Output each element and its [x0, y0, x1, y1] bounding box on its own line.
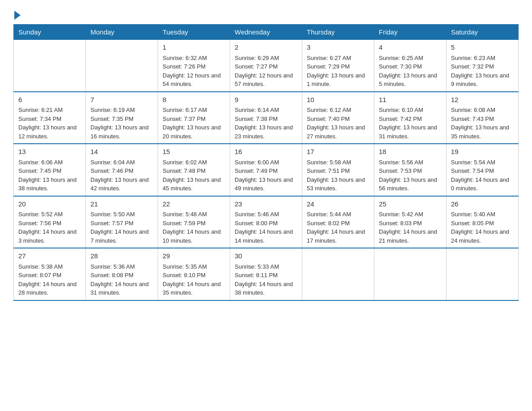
calendar-cell: 8Sunrise: 6:17 AMSunset: 7:37 PMDaylight…	[158, 92, 230, 144]
day-number: 5	[451, 43, 514, 53]
day-info: Sunrise: 6:27 AMSunset: 7:29 PMDaylight:…	[307, 54, 369, 89]
day-number: 14	[90, 147, 153, 157]
weekday-header: Friday	[374, 25, 446, 40]
weekday-header: Wednesday	[230, 25, 302, 40]
calendar-cell	[86, 40, 158, 92]
calendar-cell: 4Sunrise: 6:25 AMSunset: 7:30 PMDaylight…	[374, 40, 446, 92]
calendar-cell: 18Sunrise: 5:56 AMSunset: 7:53 PMDayligh…	[374, 144, 446, 196]
calendar-cell: 25Sunrise: 5:42 AMSunset: 8:03 PMDayligh…	[374, 196, 446, 248]
day-number: 27	[18, 251, 81, 261]
weekday-header: Tuesday	[158, 25, 230, 40]
day-number: 20	[18, 199, 81, 210]
day-info: Sunrise: 6:23 AMSunset: 7:32 PMDaylight:…	[451, 54, 514, 89]
calendar-cell: 9Sunrise: 6:14 AMSunset: 7:38 PMDaylight…	[230, 92, 302, 144]
calendar-cell: 29Sunrise: 5:35 AMSunset: 8:10 PMDayligh…	[158, 248, 230, 300]
day-info: Sunrise: 5:35 AMSunset: 8:10 PMDaylight:…	[163, 262, 225, 297]
day-info: Sunrise: 6:02 AMSunset: 7:48 PMDaylight:…	[163, 158, 225, 193]
day-info: Sunrise: 5:33 AMSunset: 8:11 PMDaylight:…	[235, 262, 297, 297]
calendar-cell: 30Sunrise: 5:33 AMSunset: 8:11 PMDayligh…	[230, 248, 302, 300]
day-number: 4	[379, 43, 442, 53]
day-number: 10	[307, 95, 369, 105]
calendar-cell: 23Sunrise: 5:46 AMSunset: 8:00 PMDayligh…	[230, 196, 302, 248]
day-info: Sunrise: 6:25 AMSunset: 7:30 PMDaylight:…	[379, 54, 442, 89]
day-number: 23	[235, 199, 297, 210]
calendar-cell: 2Sunrise: 6:29 AMSunset: 7:27 PMDaylight…	[230, 40, 302, 92]
calendar-cell: 22Sunrise: 5:48 AMSunset: 7:59 PMDayligh…	[158, 196, 230, 248]
calendar-cell: 16Sunrise: 6:00 AMSunset: 7:49 PMDayligh…	[230, 144, 302, 196]
calendar-cell: 21Sunrise: 5:50 AMSunset: 7:57 PMDayligh…	[86, 196, 158, 248]
weekday-header: Sunday	[14, 25, 86, 40]
calendar-cell	[446, 248, 519, 300]
calendar-cell: 5Sunrise: 6:23 AMSunset: 7:32 PMDaylight…	[446, 40, 519, 92]
day-number: 13	[18, 147, 81, 157]
day-info: Sunrise: 5:38 AMSunset: 8:07 PMDaylight:…	[18, 262, 81, 297]
calendar-cell: 20Sunrise: 5:52 AMSunset: 7:56 PMDayligh…	[14, 196, 86, 248]
weekday-header: Monday	[86, 25, 158, 40]
calendar-week-row: 13Sunrise: 6:06 AMSunset: 7:45 PMDayligh…	[14, 144, 519, 196]
day-number: 12	[451, 95, 514, 105]
day-number: 8	[163, 95, 225, 105]
weekday-header: Saturday	[446, 25, 519, 40]
logo-arrow-icon	[14, 11, 21, 20]
day-number: 29	[163, 251, 225, 261]
day-info: Sunrise: 5:58 AMSunset: 7:51 PMDaylight:…	[307, 158, 369, 193]
day-number: 7	[90, 95, 153, 105]
calendar-cell	[302, 248, 374, 300]
day-info: Sunrise: 5:56 AMSunset: 7:53 PMDaylight:…	[379, 158, 442, 193]
calendar-week-row: 6Sunrise: 6:21 AMSunset: 7:34 PMDaylight…	[14, 92, 519, 144]
calendar-cell: 27Sunrise: 5:38 AMSunset: 8:07 PMDayligh…	[14, 248, 86, 300]
calendar-cell: 15Sunrise: 6:02 AMSunset: 7:48 PMDayligh…	[158, 144, 230, 196]
day-number: 15	[163, 147, 225, 157]
weekday-header: Thursday	[302, 25, 374, 40]
calendar-cell: 19Sunrise: 5:54 AMSunset: 7:54 PMDayligh…	[446, 144, 519, 196]
calendar-week-row: 27Sunrise: 5:38 AMSunset: 8:07 PMDayligh…	[14, 248, 519, 300]
day-info: Sunrise: 6:12 AMSunset: 7:40 PMDaylight:…	[307, 106, 369, 141]
day-number: 1	[163, 43, 225, 53]
day-info: Sunrise: 5:46 AMSunset: 8:00 PMDaylight:…	[235, 210, 297, 245]
day-number: 17	[307, 147, 369, 157]
day-number: 19	[451, 147, 514, 157]
day-number: 22	[163, 199, 225, 210]
day-number: 2	[235, 43, 297, 53]
day-number: 28	[90, 251, 153, 261]
day-info: Sunrise: 6:19 AMSunset: 7:35 PMDaylight:…	[90, 106, 153, 141]
calendar-cell	[14, 40, 86, 92]
day-number: 30	[235, 251, 297, 261]
day-info: Sunrise: 5:40 AMSunset: 8:05 PMDaylight:…	[451, 210, 514, 245]
calendar-cell: 3Sunrise: 6:27 AMSunset: 7:29 PMDaylight…	[302, 40, 374, 92]
calendar-cell: 11Sunrise: 6:10 AMSunset: 7:42 PMDayligh…	[374, 92, 446, 144]
day-info: Sunrise: 6:04 AMSunset: 7:46 PMDaylight:…	[90, 158, 153, 193]
calendar-cell: 24Sunrise: 5:44 AMSunset: 8:02 PMDayligh…	[302, 196, 374, 248]
day-info: Sunrise: 5:36 AMSunset: 8:08 PMDaylight:…	[90, 262, 153, 297]
logo	[13, 9, 21, 20]
calendar-cell: 14Sunrise: 6:04 AMSunset: 7:46 PMDayligh…	[86, 144, 158, 196]
calendar-table: SundayMondayTuesdayWednesdayThursdayFrid…	[13, 24, 519, 301]
day-info: Sunrise: 6:08 AMSunset: 7:43 PMDaylight:…	[451, 106, 514, 141]
calendar-cell: 1Sunrise: 6:32 AMSunset: 7:26 PMDaylight…	[158, 40, 230, 92]
day-info: Sunrise: 6:29 AMSunset: 7:27 PMDaylight:…	[235, 54, 297, 89]
day-info: Sunrise: 5:42 AMSunset: 8:03 PMDaylight:…	[379, 210, 442, 245]
calendar-week-row: 1Sunrise: 6:32 AMSunset: 7:26 PMDaylight…	[14, 40, 519, 92]
day-info: Sunrise: 5:44 AMSunset: 8:02 PMDaylight:…	[307, 210, 369, 245]
day-info: Sunrise: 5:48 AMSunset: 7:59 PMDaylight:…	[163, 210, 225, 245]
calendar-cell: 12Sunrise: 6:08 AMSunset: 7:43 PMDayligh…	[446, 92, 519, 144]
day-info: Sunrise: 5:54 AMSunset: 7:54 PMDaylight:…	[451, 158, 514, 193]
day-number: 26	[451, 199, 514, 210]
day-info: Sunrise: 6:14 AMSunset: 7:38 PMDaylight:…	[235, 106, 297, 141]
day-info: Sunrise: 6:32 AMSunset: 7:26 PMDaylight:…	[163, 54, 225, 89]
calendar-cell: 7Sunrise: 6:19 AMSunset: 7:35 PMDaylight…	[86, 92, 158, 144]
calendar-cell: 13Sunrise: 6:06 AMSunset: 7:45 PMDayligh…	[14, 144, 86, 196]
day-number: 16	[235, 147, 297, 157]
calendar-cell: 6Sunrise: 6:21 AMSunset: 7:34 PMDaylight…	[14, 92, 86, 144]
day-number: 3	[307, 43, 369, 53]
day-number: 11	[379, 95, 442, 105]
calendar-cell: 28Sunrise: 5:36 AMSunset: 8:08 PMDayligh…	[86, 248, 158, 300]
day-number: 21	[90, 199, 153, 210]
calendar-cell: 17Sunrise: 5:58 AMSunset: 7:51 PMDayligh…	[302, 144, 374, 196]
day-number: 6	[18, 95, 81, 105]
day-info: Sunrise: 5:50 AMSunset: 7:57 PMDaylight:…	[90, 210, 153, 245]
day-info: Sunrise: 6:10 AMSunset: 7:42 PMDaylight:…	[379, 106, 442, 141]
day-number: 9	[235, 95, 297, 105]
calendar-cell: 10Sunrise: 6:12 AMSunset: 7:40 PMDayligh…	[302, 92, 374, 144]
day-number: 18	[379, 147, 442, 157]
